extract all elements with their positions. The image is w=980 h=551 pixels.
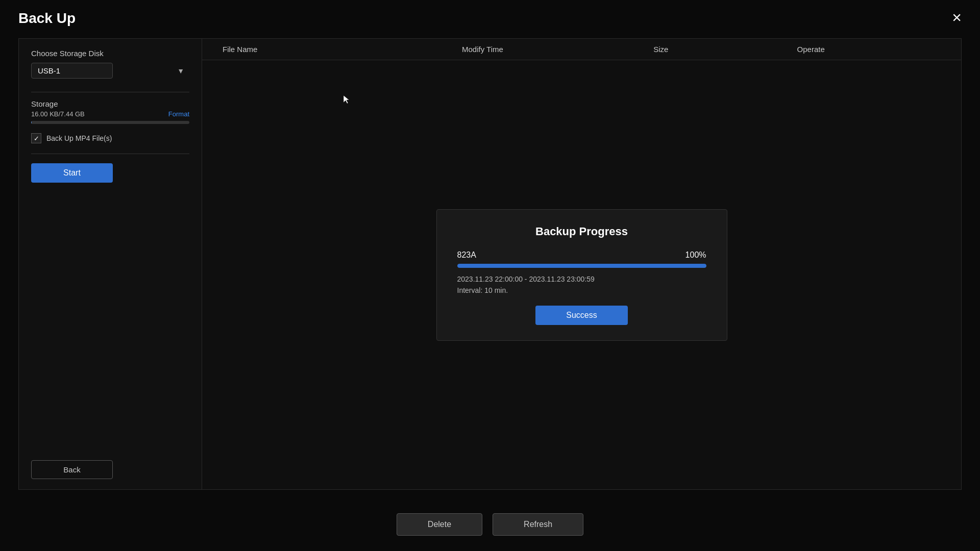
backup-modal: Backup Progress 823A 100% 2023.11.23 22:…: [436, 209, 727, 341]
divider-2: [31, 154, 189, 154]
progress-row: 823A 100%: [457, 251, 706, 260]
col-file-name: File Name: [223, 45, 462, 54]
success-button[interactable]: Success: [535, 306, 627, 325]
interval-text: Interval: 10 min.: [457, 286, 706, 294]
storage-progress-fill: [31, 121, 32, 124]
col-operate: Operate: [797, 45, 941, 54]
backup-mp4-row: ✓ Back Up MP4 File(s): [31, 133, 189, 143]
progress-percent: 100%: [685, 251, 706, 260]
modal-progress-fill: [457, 264, 706, 268]
check-icon: ✓: [34, 135, 39, 142]
divider-1: [31, 92, 189, 92]
storage-progress-bg: [31, 121, 189, 124]
modal-progress-bg: [457, 264, 706, 268]
left-panel-bottom: Back: [31, 460, 189, 479]
format-link[interactable]: Format: [168, 110, 189, 118]
storage-size-row: 16.00 KB/7.44 GB Format: [31, 110, 189, 118]
right-panel: File Name Modify Time Size Operate Backu…: [202, 38, 962, 490]
chevron-down-icon: ▼: [177, 67, 184, 75]
disk-select[interactable]: USB-1 USB-2: [31, 63, 113, 79]
backup-mp4-checkbox[interactable]: ✓: [31, 133, 41, 143]
col-modify-time: Modify Time: [462, 45, 653, 54]
main-container: Choose Storage Disk USB-1 USB-2 ▼ Storag…: [18, 38, 962, 490]
modal-title: Backup Progress: [457, 225, 706, 238]
disk-select-wrapper: USB-1 USB-2 ▼: [31, 63, 189, 79]
table-body: Backup Progress 823A 100% 2023.11.23 22:…: [202, 60, 961, 489]
app-title: Back Up: [18, 10, 76, 27]
delete-button[interactable]: Delete: [397, 513, 482, 536]
table-header: File Name Modify Time Size Operate: [202, 39, 961, 60]
col-size: Size: [653, 45, 797, 54]
storage-label: Storage: [31, 99, 189, 108]
start-button[interactable]: Start: [31, 163, 113, 183]
time-range: 2023.11.23 22:00:00 - 2023.11.23 23:00:5…: [457, 275, 706, 283]
bottom-bar: Delete Refresh: [0, 513, 980, 536]
back-button[interactable]: Back: [31, 460, 113, 479]
choose-disk-label: Choose Storage Disk: [31, 49, 189, 58]
left-panel: Choose Storage Disk USB-1 USB-2 ▼ Storag…: [18, 38, 202, 490]
storage-size-text: 16.00 KB/7.44 GB: [31, 110, 85, 118]
backup-mp4-label: Back Up MP4 File(s): [46, 134, 112, 142]
progress-channel: 823A: [457, 251, 476, 260]
close-button[interactable]: ×: [952, 9, 962, 26]
refresh-button[interactable]: Refresh: [493, 513, 583, 536]
